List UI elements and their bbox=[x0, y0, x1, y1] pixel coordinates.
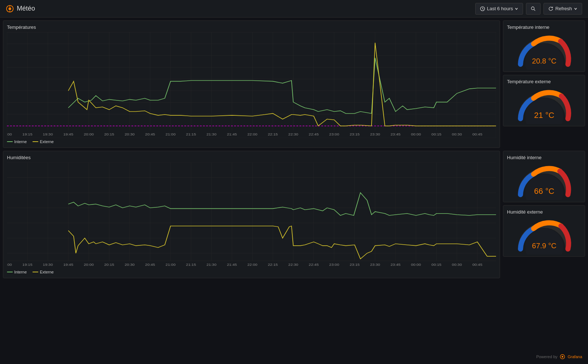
svg-text:22:30: 22:30 bbox=[288, 263, 299, 267]
svg-text:20:00: 20:00 bbox=[84, 133, 94, 136]
svg-point-147 bbox=[562, 356, 564, 358]
gauge-column: Température interne 20.8 °C bbox=[503, 20, 585, 148]
topbar-left: Météo bbox=[6, 5, 35, 13]
legend-dot-externe-hum bbox=[32, 272, 38, 272]
svg-text:21:45: 21:45 bbox=[227, 133, 237, 136]
svg-text:67.9 °C: 67.9 °C bbox=[532, 242, 556, 250]
legend-label-externe-hum: Externe bbox=[40, 270, 54, 274]
legend-label-interne-temp: Interne bbox=[14, 139, 27, 144]
temperatures-chart: 22 °C 21.75 °C 21.5 °C 21.25 °C 21 °C 20… bbox=[7, 32, 496, 138]
svg-text:20:15: 20:15 bbox=[104, 263, 114, 267]
chevron-down-icon bbox=[515, 7, 518, 11]
legend-label-interne-hum: Interne bbox=[14, 270, 27, 274]
svg-text:20.8 °C: 20.8 °C bbox=[532, 57, 556, 65]
temperatures-legend: Interne Externe bbox=[7, 139, 496, 144]
refresh-icon bbox=[548, 6, 553, 11]
svg-text:00:30: 00:30 bbox=[452, 263, 462, 267]
svg-rect-8 bbox=[7, 32, 496, 138]
svg-point-5 bbox=[531, 7, 534, 9]
svg-text:19:30: 19:30 bbox=[43, 133, 53, 136]
legend-externe-temp: Externe bbox=[32, 139, 54, 144]
zoom-button[interactable] bbox=[526, 3, 541, 15]
svg-text:00:45: 00:45 bbox=[472, 263, 483, 267]
svg-text:20:45: 20:45 bbox=[145, 133, 155, 136]
temp-interne-title: Température interne bbox=[507, 24, 549, 30]
topbar: Météo Last 6 hours Refresh bbox=[0, 0, 588, 18]
svg-text:00:45: 00:45 bbox=[472, 133, 483, 136]
svg-text:00:00: 00:00 bbox=[411, 263, 421, 267]
svg-text:20:30: 20:30 bbox=[125, 133, 135, 136]
humidites-panel: Humiditées bbox=[3, 151, 500, 278]
svg-text:23:45: 23:45 bbox=[391, 263, 401, 267]
svg-point-1 bbox=[8, 7, 11, 10]
svg-text:21:45: 21:45 bbox=[227, 263, 237, 267]
powered-by-text: Powered by bbox=[536, 355, 557, 359]
temperatures-svg: 22 °C 21.75 °C 21.5 °C 21.25 °C 21 °C 20… bbox=[7, 32, 496, 138]
humidity-externe-gauge: 67.9 °C bbox=[513, 216, 575, 253]
svg-text:22:45: 22:45 bbox=[309, 263, 319, 267]
zoom-icon bbox=[531, 6, 536, 11]
grafana-footer-icon bbox=[560, 354, 565, 360]
svg-text:21:15: 21:15 bbox=[186, 263, 196, 267]
footer: Powered by Grafana bbox=[536, 354, 582, 360]
svg-text:23:00: 23:00 bbox=[329, 133, 339, 136]
grafana-logo-icon bbox=[6, 5, 14, 13]
humidity-interne-panel: Humidité interne 66 °C bbox=[503, 151, 585, 202]
svg-text:22:30: 22:30 bbox=[288, 133, 299, 136]
temp-externe-svg: 21 °C bbox=[513, 86, 575, 124]
temp-interne-gauge: 20.8 °C bbox=[513, 31, 575, 68]
svg-text:20:00: 20:00 bbox=[84, 263, 94, 267]
refresh-button[interactable]: Refresh bbox=[543, 3, 582, 15]
svg-text:22:15: 22:15 bbox=[268, 133, 278, 136]
humidity-interne-title: Humidité interne bbox=[507, 155, 542, 160]
legend-dot-externe-temp bbox=[32, 141, 38, 142]
svg-text:22:15: 22:15 bbox=[268, 263, 278, 267]
time-range-button[interactable]: Last 6 hours bbox=[475, 3, 523, 15]
svg-text:21:30: 21:30 bbox=[207, 263, 217, 267]
legend-interne-temp: Interne bbox=[7, 139, 27, 144]
legend-dot-interne-temp bbox=[7, 141, 13, 142]
svg-text:20:15: 20:15 bbox=[104, 133, 114, 136]
temperatures-title: Températures bbox=[7, 24, 496, 30]
refresh-dropdown-icon bbox=[574, 7, 577, 11]
svg-text:22:00: 22:00 bbox=[247, 263, 258, 267]
svg-text:66 °C: 66 °C bbox=[534, 187, 554, 196]
temp-interne-svg: 20.8 °C bbox=[513, 31, 575, 70]
svg-text:20:45: 20:45 bbox=[145, 263, 155, 267]
svg-text:21:00: 21:00 bbox=[166, 263, 176, 267]
svg-text:22:00: 22:00 bbox=[247, 133, 258, 136]
topbar-right: Last 6 hours Refresh bbox=[475, 3, 582, 15]
brand-name: Grafana bbox=[568, 355, 582, 359]
svg-text:21:15: 21:15 bbox=[186, 133, 196, 136]
temperatures-panel: Températures bbox=[3, 20, 500, 148]
svg-text:00:30: 00:30 bbox=[452, 133, 462, 136]
humidity-externe-svg: 67.9 °C bbox=[513, 216, 575, 254]
svg-text:22:45: 22:45 bbox=[309, 133, 319, 136]
temp-interne-panel: Température interne 20.8 °C bbox=[503, 20, 585, 72]
page-title: Météo bbox=[17, 5, 35, 12]
svg-text:00:15: 00:15 bbox=[431, 133, 442, 136]
svg-text:23:15: 23:15 bbox=[350, 263, 360, 267]
svg-text:20:30: 20:30 bbox=[125, 263, 135, 267]
humidity-interne-svg: 66 °C bbox=[513, 162, 575, 200]
svg-text:19:00: 19:00 bbox=[7, 263, 12, 267]
svg-text:23:30: 23:30 bbox=[370, 133, 380, 136]
svg-text:21 °C: 21 °C bbox=[534, 111, 554, 120]
legend-externe-hum: Externe bbox=[32, 270, 54, 274]
legend-interne-hum: Interne bbox=[7, 270, 27, 274]
svg-text:21:00: 21:00 bbox=[166, 133, 176, 136]
svg-text:19:45: 19:45 bbox=[63, 133, 73, 136]
time-range-label: Last 6 hours bbox=[487, 6, 513, 11]
svg-text:00:15: 00:15 bbox=[431, 263, 442, 267]
main-content: Températures bbox=[0, 18, 588, 281]
clock-icon bbox=[480, 6, 485, 11]
svg-text:23:15: 23:15 bbox=[350, 133, 360, 136]
svg-text:19:15: 19:15 bbox=[22, 263, 32, 267]
humidity-interne-gauge: 66 °C bbox=[513, 162, 575, 198]
svg-text:21:30: 21:30 bbox=[207, 133, 217, 136]
gauge-column-2: Humidité interne 66 °C Humidité externe bbox=[503, 151, 585, 278]
svg-text:19:15: 19:15 bbox=[22, 133, 32, 136]
legend-dot-interne-hum bbox=[7, 272, 13, 272]
humidity-externe-title: Humidité externe bbox=[507, 209, 543, 215]
refresh-label: Refresh bbox=[555, 6, 572, 11]
